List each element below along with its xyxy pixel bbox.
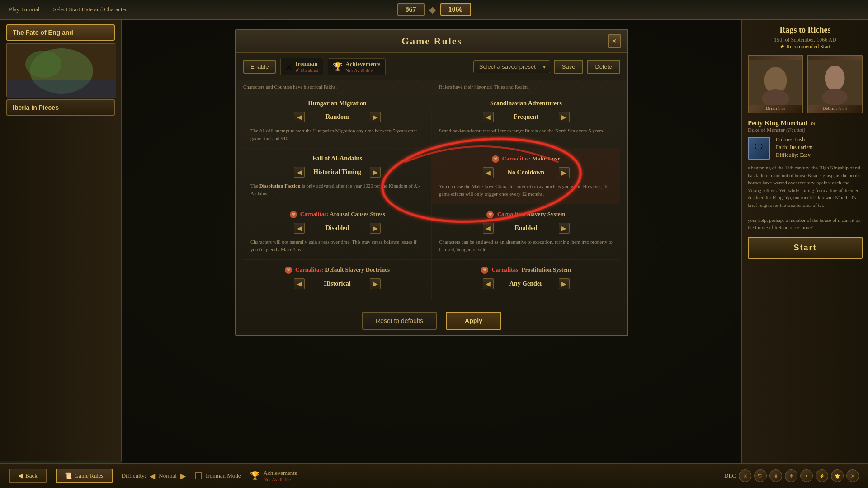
preset-dropdown[interactable]: Select a saved preset bbox=[473, 60, 550, 73]
dlc-icon-7[interactable]: 🌟 bbox=[831, 469, 844, 482]
preset-select: Select a saved preset Save Delete bbox=[473, 60, 620, 74]
recommended-start: ★ Recommended Start bbox=[748, 43, 863, 50]
select-start-button[interactable]: Select Start Date and Character bbox=[53, 6, 127, 13]
save-preset-button[interactable]: Save bbox=[554, 60, 584, 74]
rule-carnalitas-slavery-value: Enabled bbox=[499, 225, 553, 232]
scenario-fate-england-image bbox=[6, 43, 115, 97]
rule-carnalitas-arousal-value: Disabled bbox=[310, 225, 364, 232]
achievements-bottom-status: Not Available bbox=[264, 477, 297, 482]
dlc-icon-4[interactable]: ⚜ bbox=[785, 469, 797, 482]
scenario-title-rags: Rags to Riches bbox=[748, 25, 863, 35]
rule-carnalitas-slavery: ❤ Carnalitas: Slavery System ◀ Enabled ▶… bbox=[432, 204, 620, 260]
reset-defaults-button[interactable]: Reset to defaults bbox=[362, 312, 437, 330]
rule-fall-al-andalus-value: Historical Timing bbox=[310, 169, 364, 176]
portrait-brian[interactable]: Brian Son bbox=[748, 55, 803, 113]
rule-carnalitas-slavery-title: ❤ Carnalitas: Slavery System bbox=[439, 211, 613, 218]
preset-dropdown-wrapper[interactable]: Select a saved preset bbox=[473, 60, 550, 73]
dlc-icon-2[interactable]: 🛡 bbox=[754, 469, 767, 482]
game-rules-modal: Game Rules × Enable ⚔ Ironman ✗ Disabled… bbox=[235, 29, 628, 336]
ironman-mode-toggle[interactable]: Ironman Mode bbox=[195, 472, 241, 479]
portrait-bebinn[interactable]: Bébinn Aunt bbox=[807, 55, 863, 113]
rule-carnalitas-arousal-control: ◀ Disabled ▶ bbox=[250, 223, 424, 234]
game-rules-button[interactable]: 📜 Game Rules bbox=[56, 469, 113, 483]
rule-carnalitas-arousal-next[interactable]: ▶ bbox=[370, 223, 381, 234]
historical-info: Characters and Counties have historical … bbox=[236, 80, 627, 94]
difficulty-next-arrow[interactable]: ▶ bbox=[180, 472, 186, 480]
modal-content: Hungarian Migration ◀ Random ▶ The AI wi… bbox=[236, 94, 627, 306]
rule-carnalitas-make-love-next[interactable]: ▶ bbox=[559, 167, 570, 178]
rule-carnalitas-slavery-doctrines-prev[interactable]: ◀ bbox=[294, 278, 305, 289]
modal-footer: Reset to defaults Apply bbox=[236, 306, 627, 335]
dlc-icon-6[interactable]: ⚡ bbox=[816, 469, 828, 482]
rule-scandinavian-adventurers-control: ◀ Frequent ▶ bbox=[439, 112, 613, 122]
portrait-brian-name: Brian Son bbox=[766, 105, 785, 111]
game-rules-modal-overlay: Game Rules × Enable ⚔ Ironman ✗ Disabled… bbox=[122, 20, 741, 463]
achievements-label: Achievements bbox=[345, 61, 380, 68]
rule-carnalitas-arousal-prev[interactable]: ◀ bbox=[294, 223, 305, 234]
rule-carnalitas-arousal: ❤ Carnalitas: Arousal Causes Stress ◀ Di… bbox=[243, 204, 432, 260]
rule-fall-al-andalus-prev[interactable]: ◀ bbox=[294, 167, 305, 178]
dlc-icon-1[interactable]: ⚔ bbox=[739, 469, 751, 482]
enable-button[interactable]: Enable bbox=[243, 60, 276, 74]
rule-carnalitas-slavery-prev[interactable]: ◀ bbox=[483, 223, 494, 234]
date-867[interactable]: 867 bbox=[397, 3, 425, 16]
rule-carnalitas-make-love-prev[interactable]: ◀ bbox=[483, 167, 494, 178]
svg-point-8 bbox=[825, 66, 845, 91]
dlc-icon-8[interactable]: ⚔ bbox=[846, 469, 859, 482]
achievements-bottom-icon: 🏆 bbox=[250, 471, 260, 481]
character-portraits: Brian Son Bébinn Aunt bbox=[748, 55, 863, 113]
scroll-icon: 📜 bbox=[65, 472, 72, 479]
rule-carnalitas-prostitution-title: ❤ Carnalitas: Prostitution System bbox=[439, 266, 613, 274]
tutorial-button[interactable]: Play Tutorial bbox=[9, 6, 40, 13]
modal-toolbar: Enable ⚔ Ironman ✗ Disabled 🏆 Achievemen… bbox=[236, 53, 627, 80]
historical-cell-titles: Rulers have their historical Titles and … bbox=[432, 80, 627, 93]
rule-hungarian-migration: Hungarian Migration ◀ Random ▶ The AI wi… bbox=[243, 94, 432, 149]
char-difficulty: Difficulty: Easy bbox=[776, 152, 863, 159]
rule-fall-al-andalus-control: ◀ Historical Timing ▶ bbox=[250, 167, 424, 178]
char-stats: 🛡 Culture: Irish Faith: Insularism Diffi… bbox=[748, 136, 863, 160]
game-rules-label: Game Rules bbox=[75, 472, 104, 479]
rule-carnalitas-slavery-doctrines-next[interactable]: ▶ bbox=[370, 278, 381, 289]
historical-cell-faiths: Characters and Counties have historical … bbox=[236, 80, 432, 93]
separator: ◆ bbox=[429, 4, 436, 15]
rule-fall-al-andalus: Fall of Al-Andalus ◀ Historical Timing ▶… bbox=[243, 149, 432, 204]
rule-carnalitas-prostitution: ❤ Carnalitas: Prostitution System ◀ Any … bbox=[432, 260, 620, 300]
main-char-name: Petty King Murchad 39 bbox=[748, 119, 863, 127]
rule-carnalitas-make-love-desc: You can use the Make Love Character Inte… bbox=[439, 183, 613, 197]
rule-scandinavian-adventurers-title: Scandinavian Adventurers bbox=[439, 100, 613, 107]
rule-carnalitas-slavery-doctrines-value: Historical bbox=[310, 280, 364, 287]
portrait-brian-face bbox=[749, 60, 802, 105]
scenario-fate-england[interactable]: The Fate of England bbox=[6, 24, 115, 41]
rule-carnalitas-prostitution-prev[interactable]: ◀ bbox=[483, 278, 494, 289]
dlc-icon-3[interactable]: ♛ bbox=[769, 469, 782, 482]
rule-hungarian-migration-prev[interactable]: ◀ bbox=[294, 112, 305, 122]
back-button[interactable]: ◀ Back bbox=[9, 469, 47, 483]
rule-fall-al-andalus-next[interactable]: ▶ bbox=[370, 167, 381, 178]
apply-button[interactable]: Apply bbox=[446, 312, 501, 330]
dlc-icon-5[interactable]: ✦ bbox=[800, 469, 813, 482]
delete-preset-button[interactable]: Delete bbox=[587, 60, 620, 74]
start-button[interactable]: Start bbox=[748, 237, 863, 259]
rule-hungarian-migration-value: Random bbox=[310, 113, 364, 121]
date-1066[interactable]: 1066 bbox=[440, 3, 471, 16]
dlc-label: DLC bbox=[724, 472, 736, 479]
rule-scandinavian-adventurers-next[interactable]: ▶ bbox=[559, 112, 570, 122]
rule-carnalitas-make-love-title: ❤ Carnalitas: Make Love bbox=[439, 155, 613, 163]
difficulty-prev-arrow[interactable]: ◀ bbox=[150, 472, 155, 480]
carnalitas-icon-slavery-doctrines: ❤ bbox=[285, 267, 292, 274]
dlc-section: DLC ⚔ 🛡 ♛ ⚜ ✦ ⚡ 🌟 ⚔ bbox=[724, 469, 859, 482]
rule-carnalitas-prostitution-value: Any Gender bbox=[499, 280, 553, 287]
modal-close-button[interactable]: × bbox=[608, 34, 621, 48]
ironman-checkbox[interactable] bbox=[195, 472, 202, 479]
back-arrow-icon: ◀ bbox=[18, 472, 23, 479]
rule-carnalitas-slavery-doctrines-control: ◀ Historical ▶ bbox=[250, 278, 424, 289]
rule-scandinavian-adventurers-prev[interactable]: ◀ bbox=[483, 112, 494, 122]
rule-hungarian-migration-next[interactable]: ▶ bbox=[370, 112, 381, 122]
scenario-iberia-pieces[interactable]: Iberia in Pieces bbox=[6, 99, 115, 116]
rule-carnalitas-slavery-next[interactable]: ▶ bbox=[559, 223, 570, 234]
rule-carnalitas-prostitution-next[interactable]: ▶ bbox=[559, 278, 570, 289]
char-info: Culture: Irish Faith: Insularism Difficu… bbox=[776, 136, 863, 160]
achievements-bottom-info: Achievements Not Available bbox=[264, 469, 297, 482]
modal-title: Game Rules bbox=[401, 35, 462, 47]
rule-scandinavian-adventurers: Scandinavian Adventurers ◀ Frequent ▶ Sc… bbox=[432, 94, 620, 149]
